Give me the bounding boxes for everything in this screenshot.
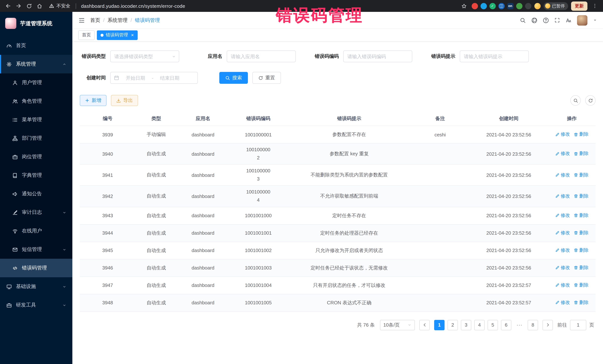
next-page-button[interactable] [543,320,553,330]
paused-badge[interactable]: 已暂停 [544,2,568,10]
ext-blue-drop-icon[interactable] [480,3,487,9]
end-date-input[interactable] [156,75,184,81]
column-header: 错误码编码 [229,115,288,122]
search-button[interactable]: 搜索 [219,72,248,84]
breadcrumb-item[interactable]: 系统管理 [108,17,128,23]
fullscreen-icon[interactable] [554,17,560,23]
ext-green-icon[interactable] [516,3,522,9]
delete-link[interactable]: 删除 [574,172,589,178]
edit-link[interactable]: 修改 [555,247,570,254]
sidebar-item[interactable]: 用户管理 [0,73,72,92]
date-range-picker[interactable]: - [110,72,198,84]
page-button[interactable]: 8 [528,320,538,330]
sidebar-item[interactable]: 研发工具 [0,296,72,314]
sidebar-item[interactable]: 通知公告 [0,185,72,203]
sidebar-item[interactable]: 基础设施 [0,277,72,296]
reload-icon[interactable] [24,1,33,10]
breadcrumb-item[interactable]: 首页 [90,17,100,23]
ext-puzzle-icon[interactable] [525,3,531,9]
kebab-menu-icon[interactable] [590,1,599,10]
delete-link[interactable]: 删除 [574,230,589,236]
ext-red-icon[interactable] [471,3,478,9]
help-icon[interactable] [543,17,549,23]
edit-link[interactable]: 修改 [555,230,570,236]
page-button[interactable]: 4 [474,320,485,330]
delete-link[interactable]: 删除 [574,247,589,254]
user-avatar[interactable] [577,15,587,25]
delete-link[interactable]: 删除 [574,299,589,306]
update-button[interactable]: 更新 [571,1,587,11]
add-button[interactable]: 新增 [80,95,106,106]
sidebar-item[interactable]: 部门管理 [0,129,72,147]
toggle-search-icon[interactable] [570,95,581,106]
delete-link[interactable]: 删除 [574,265,589,271]
edit-link[interactable]: 修改 [555,172,570,178]
font-size-icon[interactable] [566,17,571,23]
close-icon[interactable]: × [131,33,134,37]
cell-id: 3940 [80,151,135,157]
delete-link[interactable]: 删除 [574,212,589,219]
back-icon[interactable] [4,1,13,10]
edit-link[interactable]: 修改 [555,132,570,138]
logo-row[interactable]: 芋道管理系统 [0,12,72,35]
sidebar-item[interactable]: 系统管理 [0,55,72,73]
page-size-select[interactable]: 10条/页 [380,320,415,330]
ext-blue-grid-icon[interactable]: ⿰ [498,3,504,9]
delete-link[interactable]: 删除 [574,193,589,199]
ext-on-tag-icon[interactable]: on [507,3,513,9]
sidebar-item[interactable]: 审计日志 [0,203,72,222]
sidebar-item[interactable]: 短信管理 [0,240,72,259]
github-icon[interactable] [531,17,537,23]
sidebar-item[interactable]: 在线用户 [0,222,72,240]
filter-input[interactable] [460,50,529,62]
bookmark-star-icon[interactable] [460,1,468,10]
cell-id: 3948 [80,300,135,305]
sidebar-item[interactable]: 字典管理 [0,166,72,185]
chevron-down-icon[interactable] [593,18,597,22]
filter-input[interactable] [227,50,296,62]
filter-input[interactable] [343,50,412,62]
sidebar-item[interactable]: 菜单管理 [0,110,72,129]
filter-select[interactable] [110,50,179,62]
delete-link[interactable]: 删除 [574,151,589,157]
delete-link[interactable]: 删除 [574,132,589,138]
edit-link[interactable]: 修改 [555,282,570,288]
edit-icon [555,248,560,253]
security-chip[interactable]: 不安全 [49,3,70,9]
home-icon[interactable] [35,1,44,10]
profile-avatar[interactable] [534,3,541,9]
page-button[interactable]: 3 [461,320,471,330]
page-button[interactable]: 1 [434,320,445,330]
refresh-table-icon[interactable] [585,95,596,106]
forward-icon[interactable] [14,1,23,10]
page-tag[interactable]: 首页 [78,30,95,40]
goto-page-input[interactable] [570,320,586,330]
cell-message: 不能删除类型为系统内置的参数配置 [288,172,411,178]
delete-link[interactable]: 删除 [574,282,589,288]
collapse-sidebar-icon[interactable] [78,17,85,23]
page-button[interactable]: 5 [487,320,498,330]
sidebar-item[interactable]: 首页 [0,36,72,55]
sidebar-item[interactable]: 岗位管理 [0,147,72,166]
trash-icon [574,132,578,137]
edit-link[interactable]: 修改 [555,265,570,271]
ext-green-check-icon[interactable]: ✓ [489,3,496,9]
sidebar-item[interactable]: 错误码管理 [0,259,72,277]
cell-message: 定时任务的处理器已经存在 [288,230,411,236]
breadcrumb-item[interactable]: 错误码管理 [135,17,160,23]
export-button[interactable]: 导出 [111,95,138,106]
edit-link[interactable]: 修改 [555,151,570,157]
sidebar-item[interactable]: 角色管理 [0,92,72,110]
page-button[interactable]: 2 [448,320,458,330]
prev-page-button[interactable] [419,320,430,330]
page-tag[interactable]: 错误码管理× [97,30,138,40]
start-date-input[interactable] [122,75,149,81]
users-icon [12,99,18,104]
edit-link[interactable]: 修改 [555,299,570,306]
reset-button[interactable]: 重置 [252,72,281,84]
edit-link[interactable]: 修改 [555,193,570,199]
page-button[interactable]: 6 [501,320,511,330]
edit-link[interactable]: 修改 [555,212,570,219]
search-icon[interactable] [520,17,526,23]
url-bar[interactable]: dashboard.yudao.iocoder.cn/system/error-… [81,3,185,9]
